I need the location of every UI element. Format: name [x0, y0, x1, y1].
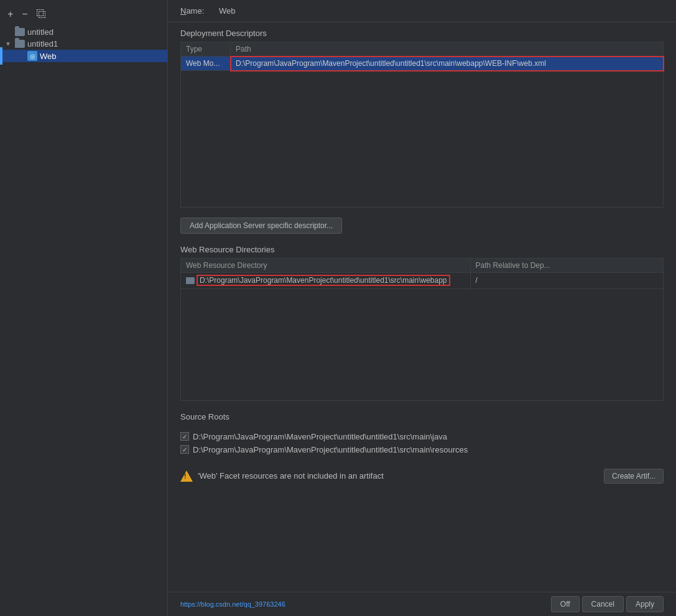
sidebar-item-label-untitled: untitled	[27, 27, 53, 37]
bottom-link[interactable]: https://blog.csdn.net/qq_39763246	[180, 600, 285, 608]
wrd-cell-relative: /	[470, 273, 663, 289]
name-label-n: N	[180, 6, 186, 16]
add-descriptor-button[interactable]: Add Application Server specific descript…	[180, 218, 342, 234]
deployment-descriptors-header: Deployment Descriptors	[168, 22, 676, 42]
source-root-checkbox-0[interactable]	[180, 432, 189, 441]
sidebar-toolbar: + − ⿻	[0, 5, 167, 26]
sidebar-item-web[interactable]: Web	[0, 50, 167, 62]
deployment-descriptors-table-container: Type Path Web Mo... D:\Program\JavaProgr…	[168, 42, 676, 208]
dd-cell-type: Web Mo...	[181, 57, 231, 71]
wrd-table-container: Web Resource Directory Path Relative to …	[168, 258, 676, 401]
main-content: Name: Web Deployment Descriptors Type Pa…	[168, 0, 676, 616]
source-roots-header: Source Roots	[168, 406, 676, 425]
sidebar-item-untitled1[interactable]: ▼ untitled1	[0, 38, 167, 50]
source-root-path-1: D:\Program\JavaProgram\MavenProject\unti…	[193, 445, 468, 454]
table-row[interactable]: D:\Program\JavaProgram\MavenProject\unti…	[181, 273, 664, 289]
sidebar-item-label-untitled1: untitled1	[27, 39, 58, 48]
warning-row: 'Web' Facet resources are not included i…	[168, 464, 676, 489]
web-resource-directories-header: Web Resource Directories	[168, 239, 676, 258]
name-label: Name:	[180, 6, 211, 16]
dd-col-path: Path	[231, 42, 664, 57]
create-artifact-button[interactable]: Create Artif...	[604, 469, 664, 484]
dd-col-type: Type	[181, 42, 231, 57]
cancel-button[interactable]: Cancel	[582, 596, 624, 612]
wrd-directory-path: D:\Program\JavaProgram\MavenProject\unti…	[197, 275, 450, 285]
bottom-buttons: Off Cancel Apply	[551, 596, 664, 612]
source-root-path-0: D:\Program\JavaProgram\MavenProject\unti…	[193, 432, 447, 441]
dd-cell-path: D:\Program\JavaProgram\MavenProject\unti…	[231, 57, 664, 71]
tree-arrow-untitled1: ▼	[5, 40, 12, 47]
warning-text: 'Web' Facet resources are not included i…	[198, 471, 384, 480]
wrd-table: Web Resource Directory Path Relative to …	[180, 258, 664, 289]
bottom-bar: https://blog.csdn.net/qq_39763246 Off Ca…	[168, 592, 676, 616]
source-root-checkbox-1[interactable]	[180, 445, 189, 454]
folder-icon-untitled1	[15, 40, 25, 48]
add-button[interactable]: +	[5, 7, 16, 21]
sidebar: + − ⿻ untitled ▼ untitled1 Web	[0, 0, 168, 616]
name-value: Web	[219, 6, 236, 16]
wrd-cell-directory: D:\Program\JavaProgram\MavenProject\unti…	[181, 273, 471, 289]
source-roots-section: D:\Program\JavaProgram\MavenProject\unti…	[168, 425, 676, 461]
btn-row-descriptor: Add Application Server specific descript…	[168, 213, 676, 239]
dd-empty-area	[180, 71, 664, 208]
off-button[interactable]: Off	[551, 596, 580, 612]
apply-button[interactable]: Apply	[626, 596, 664, 612]
wrd-folder-icon	[186, 277, 195, 284]
sidebar-item-label-web: Web	[40, 52, 57, 61]
sidebar-item-untitled[interactable]: untitled	[0, 26, 167, 38]
source-root-row-1[interactable]: D:\Program\JavaProgram\MavenProject\unti…	[180, 443, 664, 456]
deployment-descriptors-table: Type Path Web Mo... D:\Program\JavaProgr…	[180, 42, 664, 71]
source-root-row-0[interactable]: D:\Program\JavaProgram\MavenProject\unti…	[180, 430, 664, 443]
remove-button[interactable]: −	[19, 7, 30, 21]
wrd-col-directory: Web Resource Directory	[181, 259, 471, 273]
web-icon	[27, 51, 37, 61]
wrd-empty-area	[180, 289, 664, 401]
folder-icon-untitled	[15, 28, 25, 36]
warning-icon	[180, 471, 193, 482]
wrd-col-relative: Path Relative to Dep...	[470, 259, 663, 273]
selection-indicator	[0, 47, 2, 65]
table-row[interactable]: Web Mo... D:\Program\JavaProgram\MavenPr…	[181, 57, 664, 71]
name-row: Name: Web	[168, 0, 676, 22]
copy-button[interactable]: ⿻	[34, 7, 49, 21]
